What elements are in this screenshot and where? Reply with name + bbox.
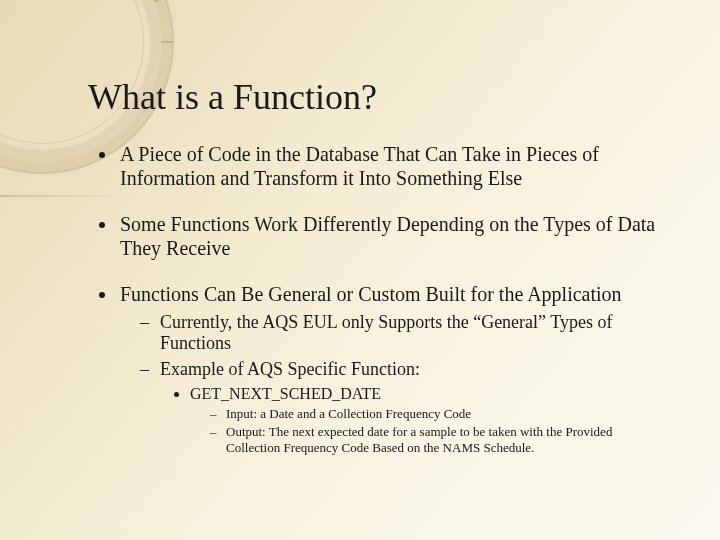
sub-sub-bullet-list: GET_NEXT_SCHED_DATE Input: a Date and a … (160, 384, 660, 456)
slide-title: What is a Function? (88, 78, 660, 118)
sub-bullet-list: Currently, the AQS EUL only Supports the… (120, 312, 660, 457)
bullet-text: Functions Can Be General or Custom Built… (120, 283, 622, 305)
bullet-item: Some Functions Work Differently Dependin… (118, 212, 660, 260)
bullet-item: A Piece of Code in the Database That Can… (118, 142, 660, 190)
function-name: GET_NEXT_SCHED_DATE (190, 385, 381, 402)
bullet-list: A Piece of Code in the Database That Can… (88, 142, 660, 457)
sub-sub-bullet-item: GET_NEXT_SCHED_DATE Input: a Date and a … (190, 384, 660, 456)
bullet-item: Functions Can Be General or Custom Built… (118, 282, 660, 457)
slide: What is a Function? A Piece of Code in t… (0, 0, 720, 540)
io-input: Input: a Date and a Collection Frequency… (214, 406, 660, 422)
sub-bullet-item: Currently, the AQS EUL only Supports the… (146, 312, 660, 355)
sub-bullet-text: Example of AQS Specific Function: (160, 359, 420, 379)
io-output: Output: The next expected date for a sam… (214, 424, 660, 457)
sub-bullet-item: Example of AQS Specific Function: GET_NE… (146, 359, 660, 457)
io-list: Input: a Date and a Collection Frequency… (190, 406, 660, 457)
